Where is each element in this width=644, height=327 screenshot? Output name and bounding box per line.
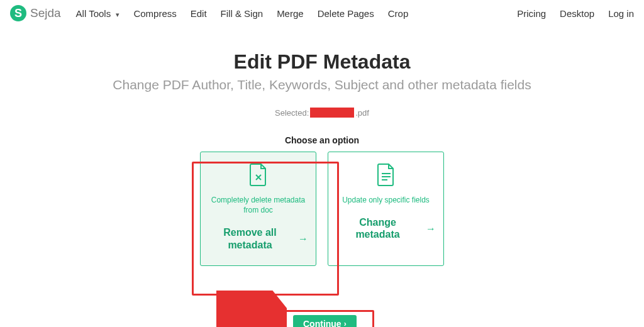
file-lines-icon bbox=[377, 164, 396, 186]
brand-text: Sejda bbox=[30, 6, 61, 20]
option-remove-title: Remove all metadata → bbox=[208, 226, 308, 250]
selected-file-line: Selected: .pdf bbox=[0, 108, 644, 118]
option-change-desc: Update only specific fields bbox=[342, 195, 430, 205]
option-cards: Completely delete metadata from doc Remo… bbox=[0, 152, 644, 266]
option-change-metadata[interactable]: Update only specific fields Change metad… bbox=[328, 152, 444, 266]
nav-desktop[interactable]: Desktop bbox=[560, 8, 594, 19]
file-x-icon bbox=[249, 164, 268, 186]
nav-fill-sign[interactable]: Fill & Sign bbox=[221, 8, 264, 19]
nav-crop[interactable]: Crop bbox=[388, 8, 409, 19]
option-remove-desc: Completely delete metadata from doc bbox=[208, 195, 308, 215]
brand-logo[interactable]: S Sejda bbox=[10, 5, 61, 21]
arrow-right-icon: → bbox=[298, 233, 308, 245]
top-nav: S Sejda All Tools ▾ Compress Edit Fill &… bbox=[0, 0, 644, 21]
option-change-title: Change metadata → bbox=[336, 216, 436, 240]
redacted-filename bbox=[310, 108, 354, 118]
nav-merge[interactable]: Merge bbox=[277, 8, 304, 19]
page-title: Edit PDF Metadata bbox=[0, 50, 644, 74]
choose-option-label: Choose an option bbox=[0, 135, 644, 145]
annotation-arrow-icon bbox=[216, 291, 287, 327]
nav-pricing[interactable]: Pricing bbox=[517, 8, 546, 19]
nav-right-group: Pricing Desktop Log in bbox=[517, 8, 634, 19]
chevron-down-icon: ▾ bbox=[116, 11, 119, 18]
nav-delete-pages[interactable]: Delete Pages bbox=[318, 8, 374, 19]
nav-compress[interactable]: Compress bbox=[133, 8, 176, 19]
nav-login[interactable]: Log in bbox=[608, 8, 634, 19]
chevron-right-icon: › bbox=[344, 319, 347, 327]
selected-suffix: .pdf bbox=[355, 108, 369, 118]
brand-badge-icon: S bbox=[10, 5, 26, 21]
nav-left-group: All Tools ▾ Compress Edit Fill & Sign Me… bbox=[76, 8, 409, 19]
continue-button[interactable]: Continue › bbox=[293, 315, 357, 327]
selected-prefix: Selected: bbox=[275, 108, 309, 118]
page-subtitle: Change PDF Author, Title, Keywords, Subj… bbox=[0, 77, 644, 92]
arrow-right-icon: → bbox=[426, 223, 436, 235]
option-remove-metadata[interactable]: Completely delete metadata from doc Remo… bbox=[200, 152, 316, 266]
svg-line-0 bbox=[219, 294, 277, 321]
nav-edit[interactable]: Edit bbox=[191, 8, 207, 19]
hero-section: Edit PDF Metadata Change PDF Author, Tit… bbox=[0, 50, 644, 118]
nav-all-tools[interactable]: All Tools ▾ bbox=[76, 8, 120, 19]
